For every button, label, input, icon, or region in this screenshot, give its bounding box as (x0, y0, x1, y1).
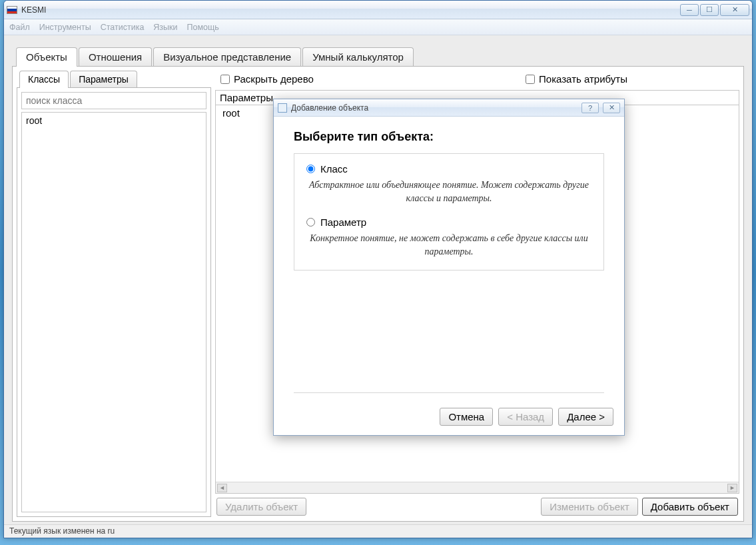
menu-stats[interactable]: Статистика (101, 23, 145, 32)
subtab-classes[interactable]: Классы (19, 71, 69, 88)
dialog-body: Выберите тип объекта: Класс Абстрактное … (274, 117, 624, 400)
dialog-separator (294, 392, 604, 393)
dialog-heading: Выберите тип объекта: (294, 130, 604, 144)
dialog-next-button[interactable]: Далее > (558, 408, 613, 426)
menu-file[interactable]: Файл (9, 23, 30, 32)
radio-param[interactable]: Параметр (306, 217, 591, 228)
add-object-button[interactable]: Добавить объект (642, 498, 738, 516)
radio-class-input[interactable] (306, 165, 315, 173)
radio-class-label: Класс (320, 163, 348, 175)
radio-class[interactable]: Класс (306, 163, 591, 175)
dialog-options-frame: Класс Абстрактное или объединяющее понят… (294, 153, 604, 271)
radio-param-input[interactable] (306, 218, 315, 227)
dialog-buttons: Отмена < Назад Далее > (274, 400, 624, 435)
radio-param-label: Параметр (320, 217, 366, 228)
dialog-cancel-button[interactable]: Отмена (440, 408, 493, 426)
close-button[interactable]: ✕ (720, 4, 749, 16)
menu-tools[interactable]: Инструменты (39, 23, 91, 32)
check-expand-tree-box[interactable] (220, 75, 230, 84)
tab-relations[interactable]: Отношения (79, 47, 152, 67)
titlebar[interactable]: KESMI ─ ☐ ✕ (4, 1, 752, 19)
radio-class-desc: Абстрактное или объединяющее понятие. Мо… (306, 179, 591, 205)
dialog-title: Добавление объекта (291, 103, 368, 113)
tab-calc[interactable]: Умный калькулятор (302, 47, 414, 67)
tree-item-root[interactable]: root (26, 115, 202, 126)
maximize-button[interactable]: ☐ (700, 4, 719, 16)
window-title: KESMI (21, 5, 680, 15)
edit-object-button[interactable]: Изменить объект (541, 498, 638, 516)
class-tree[interactable]: root (21, 112, 206, 512)
dialog-back-button[interactable]: < Назад (498, 408, 553, 426)
scroll-right-icon[interactable]: ► (727, 484, 737, 492)
check-show-attrs-label: Показать атрибуты (539, 73, 627, 85)
menubar: Файл Инструменты Статистика Языки Помощь (4, 19, 752, 35)
search-class-input[interactable] (21, 92, 206, 109)
minimize-button[interactable]: ─ (680, 4, 699, 16)
check-show-attrs[interactable]: Показать атрибуты (526, 73, 627, 85)
radio-param-desc: Конкретное понятие, не может содержать в… (306, 232, 591, 258)
tab-visual[interactable]: Визуальное представление (153, 47, 301, 67)
menu-help[interactable]: Помощь (187, 23, 219, 32)
check-expand-tree[interactable]: Раскрыть дерево (220, 73, 314, 85)
subtab-params[interactable]: Параметры (70, 71, 137, 88)
app-flag-icon (7, 6, 17, 14)
check-expand-label: Раскрыть дерево (234, 73, 314, 85)
h-scrollbar[interactable]: ◄ ► (216, 482, 739, 493)
menu-langs[interactable]: Языки (153, 23, 177, 32)
check-show-attrs-box[interactable] (526, 75, 535, 84)
main-tabs: Объекты Отношения Визуальное представлен… (16, 47, 744, 67)
dialog-app-icon (278, 103, 287, 113)
dialog-titlebar[interactable]: Добавление объекта ? ✕ (274, 99, 624, 117)
status-text: Текущий язык изменен на ru (9, 526, 115, 536)
delete-object-button[interactable]: Удалить объект (216, 498, 306, 516)
statusbar: Текущий язык изменен на ru (4, 524, 752, 538)
tab-objects[interactable]: Объекты (16, 47, 77, 67)
dialog-help-button[interactable]: ? (581, 103, 599, 113)
scroll-left-icon[interactable]: ◄ (217, 484, 227, 492)
left-pane: Классы Параметры root (17, 71, 211, 517)
dialog-close-button[interactable]: ✕ (603, 103, 620, 113)
add-object-dialog: Добавление объекта ? ✕ Выберите тип объе… (273, 99, 625, 436)
